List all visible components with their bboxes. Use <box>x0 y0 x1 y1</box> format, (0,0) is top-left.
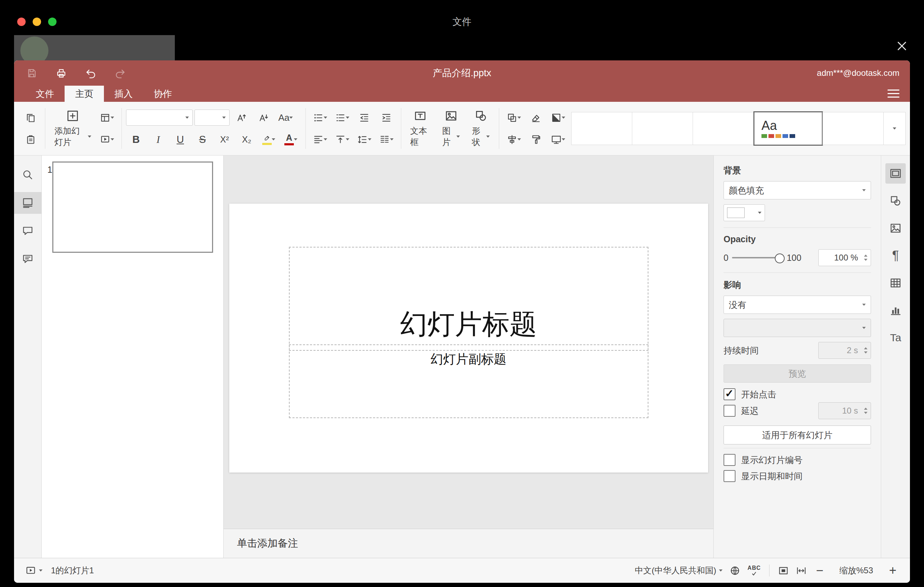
delay-input[interactable]: 10 s <box>818 402 871 419</box>
background-color-picker[interactable] <box>724 204 765 221</box>
traffic-light-minimize[interactable] <box>33 18 41 26</box>
tab-file[interactable]: 文件 <box>25 86 64 102</box>
font-color-button[interactable]: A <box>281 130 301 148</box>
italic-button[interactable]: I <box>148 130 168 148</box>
insert-shape-button[interactable]: 形状 <box>467 104 495 153</box>
undo-button[interactable] <box>84 66 97 80</box>
copy-style-button[interactable] <box>526 130 546 148</box>
duration-input[interactable]: 2 s <box>818 342 871 359</box>
spellcheck-button[interactable]: ABC <box>745 562 763 579</box>
close-preview-button[interactable] <box>892 36 912 56</box>
font-size-combo[interactable] <box>195 110 229 126</box>
horizontal-align-button[interactable] <box>310 130 330 148</box>
fill-type-select[interactable]: 颜色填充 <box>724 181 871 200</box>
tab-collaboration[interactable]: 协作 <box>143 86 183 102</box>
line-spacing-button[interactable] <box>354 130 375 148</box>
spinner-up-icon[interactable] <box>864 347 868 349</box>
search-button[interactable] <box>14 164 41 186</box>
apply-to-all-slides-button[interactable]: 适用于所有幻灯片 <box>724 425 871 444</box>
fit-to-width-button[interactable] <box>794 562 809 579</box>
copy-button[interactable] <box>20 109 41 127</box>
theme-tile-1[interactable] <box>571 112 632 145</box>
delay-checkbox[interactable] <box>724 405 736 417</box>
clear-style-button[interactable] <box>526 109 546 127</box>
opacity-input[interactable]: 100 % <box>818 249 871 266</box>
align-shape-button[interactable] <box>503 130 524 148</box>
slide-size-button[interactable] <box>548 130 568 148</box>
highlight-color-button[interactable] <box>259 130 279 148</box>
show-date-time-row[interactable]: 显示日期和时间 <box>724 468 871 484</box>
arrange-shape-button[interactable] <box>503 109 524 127</box>
change-case-button[interactable]: Aa <box>276 109 296 127</box>
font-name-combo[interactable] <box>126 110 193 126</box>
redo-button[interactable] <box>113 66 127 80</box>
zoom-out-button[interactable]: − <box>812 562 828 579</box>
add-slide-button[interactable]: 添加幻灯片 <box>50 104 96 153</box>
theme-tile-2[interactable] <box>632 112 693 145</box>
vertical-align-button[interactable] <box>332 130 353 148</box>
insert-textbox-button[interactable]: 文本框 <box>406 104 435 153</box>
show-date-time-checkbox[interactable] <box>724 470 736 482</box>
table-settings-button[interactable] <box>885 273 906 293</box>
effect-select[interactable]: 没有 <box>724 295 871 314</box>
theme-tile-5[interactable] <box>823 112 884 145</box>
theme-tile-3[interactable] <box>693 112 754 145</box>
title-placeholder[interactable]: 幻灯片标题 <box>289 247 648 351</box>
spinner-arrows[interactable] <box>864 407 868 414</box>
start-slideshow-button[interactable] <box>97 130 117 148</box>
theme-gallery-expand-button[interactable] <box>883 112 906 145</box>
spinner-down-icon[interactable] <box>864 412 868 414</box>
notes-area[interactable]: 单击添加备注 <box>224 529 713 558</box>
insert-image-button[interactable]: 图片 <box>437 104 465 153</box>
menu-icon[interactable] <box>888 89 899 97</box>
spinner-arrows[interactable] <box>864 254 868 261</box>
theme-tile-current[interactable]: Aa <box>753 111 823 146</box>
print-button[interactable] <box>54 66 68 80</box>
slides-panel-button[interactable] <box>14 192 41 214</box>
spinner-arrows[interactable] <box>864 347 868 353</box>
decrease-font-button[interactable] <box>254 109 274 127</box>
tab-insert[interactable]: 插入 <box>104 86 143 102</box>
show-slide-number-row[interactable]: 显示幻灯片编号 <box>724 452 871 468</box>
color-scheme-button[interactable] <box>548 109 568 127</box>
slide-layout-button[interactable] <box>97 109 117 127</box>
spinner-up-icon[interactable] <box>864 254 868 257</box>
bullets-button[interactable] <box>310 109 330 127</box>
tab-home[interactable]: 主页 <box>64 86 104 102</box>
increase-indent-button[interactable] <box>376 109 397 127</box>
image-settings-button[interactable] <box>885 218 906 238</box>
start-on-click-checkbox[interactable] <box>724 388 736 400</box>
slide[interactable]: 幻灯片标题 幻灯片副标题 <box>229 204 708 473</box>
language-selector[interactable]: 中文(中华人民共和国) <box>633 562 724 579</box>
comments-button[interactable] <box>14 220 41 242</box>
slide-canvas[interactable]: 幻灯片标题 幻灯片副标题 <box>224 155 713 529</box>
opacity-slider-knob[interactable] <box>775 254 785 263</box>
traffic-light-close[interactable] <box>17 18 26 26</box>
zoom-in-button[interactable]: + <box>885 562 901 579</box>
decrease-indent-button[interactable] <box>354 109 375 127</box>
spinner-down-icon[interactable] <box>864 259 868 261</box>
opacity-slider[interactable] <box>732 257 783 258</box>
paragraph-settings-button[interactable]: ¶ <box>885 246 906 266</box>
feedback-button[interactable] <box>14 248 41 270</box>
start-on-click-row[interactable]: 开始点击 <box>724 386 871 402</box>
delay-row[interactable]: 延迟 <box>724 403 759 419</box>
slide-settings-button[interactable] <box>885 163 906 184</box>
effect-variant-select[interactable] <box>724 319 871 337</box>
textart-settings-button[interactable]: Ta <box>885 328 906 348</box>
preview-button[interactable]: 预览 <box>724 364 871 383</box>
subtitle-placeholder[interactable]: 幻灯片副标题 <box>289 345 648 418</box>
strikethrough-button[interactable]: S <box>192 130 213 148</box>
underline-button[interactable]: U <box>170 130 191 148</box>
fit-to-slide-button[interactable] <box>776 562 791 579</box>
save-button[interactable] <box>25 66 39 80</box>
superscript-button[interactable]: X² <box>214 130 235 148</box>
slide-thumbnail[interactable] <box>52 162 213 253</box>
show-slide-number-checkbox[interactable] <box>724 454 736 466</box>
spinner-up-icon[interactable] <box>864 407 868 410</box>
spinner-down-icon[interactable] <box>864 351 868 353</box>
bold-button[interactable]: B <box>126 130 147 148</box>
increase-font-button[interactable] <box>231 109 252 127</box>
set-language-button[interactable] <box>728 562 742 579</box>
start-slideshow-status-button[interactable] <box>23 562 45 579</box>
